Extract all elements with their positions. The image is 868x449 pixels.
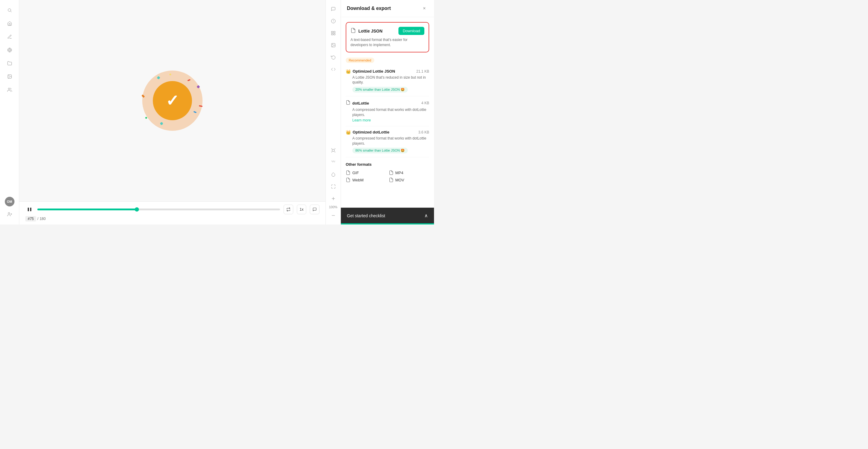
palette-toolbar-icon[interactable]	[328, 28, 339, 39]
download-button[interactable]: Download	[398, 27, 424, 35]
users-icon[interactable]	[4, 84, 15, 95]
canvas-area: ✓	[19, 0, 326, 201]
mov-format-item[interactable]: MOV	[389, 178, 430, 182]
controls-row: 1x	[25, 204, 319, 214]
plus-icon[interactable]	[328, 193, 339, 204]
minus-icon[interactable]	[328, 210, 339, 221]
panel-title: Download & export	[347, 6, 391, 11]
svg-point-6	[8, 88, 10, 90]
home-icon[interactable]	[4, 18, 15, 29]
optimized-lottie-item: 👑 Optimized Lottie JSON 21.1 KB A Lottie…	[346, 65, 429, 97]
mp4-label: MP4	[396, 170, 404, 175]
dotlottie-title-group: dotLottie	[346, 100, 369, 106]
svg-rect-17	[334, 33, 335, 35]
optimized-dotlottie-size: 3.6 KB	[418, 130, 429, 134]
svg-point-7	[8, 213, 10, 214]
close-button[interactable]: ×	[421, 5, 428, 12]
card-title-group: Lottie JSON	[350, 28, 382, 34]
globe-icon[interactable]	[4, 44, 15, 56]
frame-counter: #75 / 180	[25, 216, 319, 222]
speed-button[interactable]: 1x	[297, 204, 306, 214]
particle-5	[145, 117, 147, 119]
pen-icon[interactable]	[4, 31, 15, 42]
dotlottie-learn-more[interactable]: Learn more	[352, 118, 429, 122]
right-panel: Download & export × Lottie JSON Download…	[341, 0, 434, 224]
svg-rect-23	[333, 161, 334, 162]
avatar[interactable]: OM	[5, 197, 14, 206]
webm-format-item[interactable]: WebM	[346, 178, 386, 182]
lottie-json-title: Lottie JSON	[358, 29, 382, 33]
droplet-icon[interactable]	[328, 169, 339, 180]
svg-point-5	[8, 76, 9, 76]
dotlottie-file-icon	[346, 100, 350, 106]
card-header-row: Lottie JSON Download	[350, 27, 424, 35]
svg-rect-26	[334, 162, 335, 162]
checklist-progress-bar	[341, 223, 434, 224]
pause-button[interactable]	[25, 205, 34, 214]
svg-rect-25	[332, 162, 333, 162]
checkmark-icon: ✓	[166, 92, 179, 110]
code-icon[interactable]	[328, 64, 339, 75]
search-icon[interactable]	[4, 5, 15, 16]
svg-rect-18	[332, 33, 333, 35]
folder-icon[interactable]	[4, 58, 15, 69]
optimized-lottie-desc: A Lottie JSON that's reduced in size but…	[352, 75, 429, 85]
info-toolbar-icon[interactable]	[328, 16, 339, 27]
frame-separator: /	[37, 217, 38, 221]
optimized-lottie-title-group: 👑 Optimized Lottie JSON	[346, 69, 395, 74]
svg-rect-24	[335, 161, 335, 162]
optimized-dotlottie-title-group: 👑 Optimized dotLottie	[346, 130, 390, 135]
gold-crown-icon: 👑	[346, 69, 351, 74]
svg-point-20	[332, 44, 333, 45]
add-user-button[interactable]	[4, 209, 15, 220]
dotlottie-header: dotLottie 4 KB	[346, 100, 429, 106]
comment-toolbar-icon[interactable]	[328, 4, 339, 14]
gif-format-item[interactable]: GIF	[346, 170, 386, 175]
panel-content: Lottie JSON Download A text-based format…	[341, 17, 434, 207]
optimized-dotlottie-title: Optimized dotLottie	[352, 130, 390, 134]
inner-circle: ✓	[153, 81, 192, 120]
optimized-lottie-title: Optimized Lottie JSON	[352, 69, 395, 73]
particle-2	[169, 73, 171, 75]
lottie-json-file-icon	[350, 28, 356, 34]
checklist-title: Get started checklist	[347, 213, 385, 218]
comment-button[interactable]	[310, 204, 319, 214]
optimized-dotlottie-badge: 86% smaller than Lottie JSON 🤩	[352, 148, 408, 153]
dotlottie-size: 4 KB	[421, 101, 429, 105]
dotlottie-item: dotLottie 4 KB A compressed format that …	[346, 96, 429, 126]
checklist-footer[interactable]: Get started checklist ∧	[341, 207, 434, 223]
history-icon[interactable]	[328, 52, 339, 63]
optimized-dotlottie-item: 👑 Optimized dotLottie 3.6 KB A compresse…	[346, 126, 429, 158]
svg-rect-21	[332, 150, 334, 152]
transform-icon[interactable]	[328, 145, 339, 156]
left-sidebar: OM	[0, 0, 19, 224]
loop-button[interactable]	[284, 204, 293, 214]
mp4-format-item[interactable]: MP4	[389, 170, 430, 175]
animation-preview: ✓	[139, 67, 206, 134]
svg-rect-15	[332, 31, 333, 33]
progress-handle[interactable]	[135, 207, 139, 212]
dotlottie-title: dotLottie	[352, 101, 369, 105]
image-edit-icon[interactable]	[4, 71, 15, 82]
image-replace-icon[interactable]	[328, 40, 339, 51]
right-toolbar: 100%	[326, 0, 341, 224]
panel-header: Download & export ×	[341, 0, 434, 17]
svg-rect-10	[28, 207, 29, 211]
other-formats-title: Other formats	[346, 162, 429, 167]
optimized-lottie-size: 21.1 KB	[416, 69, 429, 73]
gif-label: GIF	[352, 170, 359, 175]
checklist-chevron-icon: ∧	[424, 213, 428, 219]
optimized-lottie-badge: 20% smaller than Lottie JSON 🤩	[352, 87, 408, 93]
webm-label: WebM	[352, 178, 364, 182]
expand-icon[interactable]	[328, 181, 339, 192]
svg-line-1	[10, 11, 11, 12]
optimized-lottie-header: 👑 Optimized Lottie JSON 21.1 KB	[346, 69, 429, 74]
svg-rect-11	[30, 207, 31, 211]
svg-point-0	[8, 9, 10, 11]
dotlottie-desc: A compressed format that works with dotL…	[352, 107, 429, 118]
progress-bar[interactable]	[37, 209, 280, 210]
svg-rect-16	[334, 31, 335, 33]
optimized-dotlottie-header: 👑 Optimized dotLottie 3.6 KB	[346, 130, 429, 135]
checker-icon[interactable]	[328, 157, 339, 168]
player-controls: 1x #75 / 180	[19, 201, 326, 224]
